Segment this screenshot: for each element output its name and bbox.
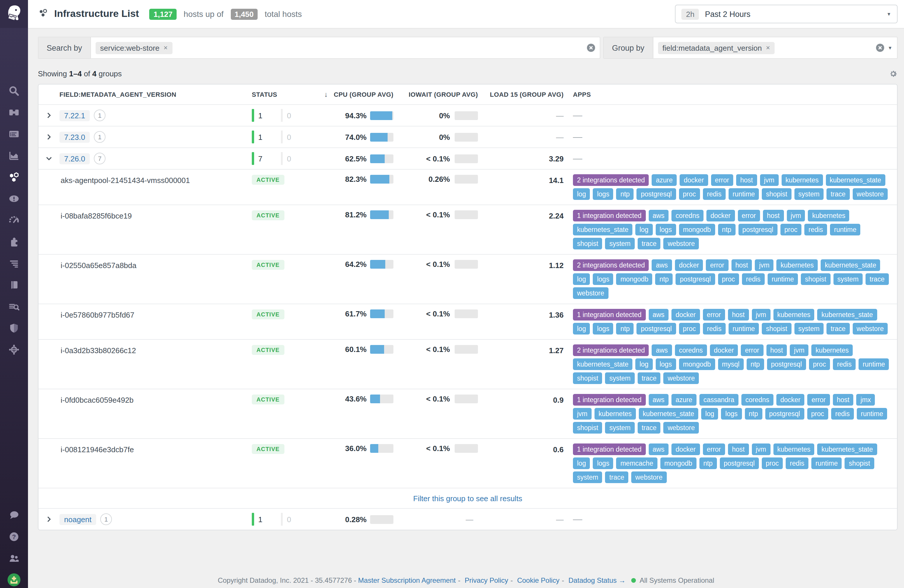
app-tag[interactable]: trace (638, 372, 661, 384)
group-name-link[interactable]: noagent (60, 514, 96, 525)
app-tag[interactable]: host (731, 259, 752, 271)
app-tag[interactable]: ntp (616, 323, 634, 335)
host-name[interactable]: i-08bafa8285f6bce19 (60, 212, 132, 220)
app-tag[interactable]: ntp (746, 359, 764, 370)
app-tag[interactable]: system (605, 372, 635, 384)
app-tag[interactable]: jvm (752, 444, 770, 455)
app-tag[interactable]: webstore (631, 471, 667, 483)
app-tag[interactable]: error (706, 259, 729, 271)
watchdog-icon[interactable] (7, 107, 21, 118)
group-by-chevron-down-icon[interactable]: ▼ (888, 45, 892, 51)
app-tag[interactable]: ntp (616, 188, 634, 200)
chevron-collapsed-icon[interactable] (46, 134, 52, 140)
host-name[interactable]: i-0fd0bcac6059e492b (60, 396, 133, 405)
app-tag[interactable]: postgresql (719, 457, 759, 469)
host-row[interactable]: i-0fd0bcac6059e492bACTIVE43.6%< 0.1%0.91… (38, 389, 897, 438)
log-explorer-icon[interactable] (7, 301, 21, 312)
network-icon[interactable] (7, 344, 21, 356)
app-tag[interactable]: jvm (787, 210, 805, 221)
app-tag[interactable]: error (711, 174, 733, 186)
group-row[interactable]: 7.22.111094.3%0%—— (38, 104, 897, 126)
clear-search-button[interactable] (587, 44, 595, 52)
app-tag[interactable]: runtime (729, 323, 759, 335)
app-tag[interactable]: jvm (790, 345, 809, 356)
app-tag[interactable]: kubernetes_state (573, 224, 632, 236)
integrations-detected-tag[interactable]: 1 integration detected (573, 394, 645, 406)
app-tag[interactable]: aws (652, 345, 672, 356)
filter-group-link[interactable]: Filter this group to see all results (413, 494, 522, 503)
search-input[interactable]: service:web-store × (91, 37, 600, 58)
app-tag[interactable]: host (728, 444, 749, 455)
app-tag[interactable]: kubernetes_state (821, 259, 880, 271)
app-tag[interactable]: shopist (801, 273, 830, 285)
app-tag[interactable]: docker (672, 444, 700, 455)
security-icon[interactable] (7, 322, 21, 334)
search-icon[interactable] (7, 85, 21, 97)
time-range-picker[interactable]: 2h Past 2 Hours ▼ (675, 5, 898, 23)
app-tag[interactable]: system (605, 238, 635, 250)
app-tag[interactable]: kubernetes (777, 259, 818, 271)
app-tag[interactable]: webstore (664, 372, 699, 384)
app-tag[interactable]: runtime (768, 273, 798, 285)
app-tag[interactable]: docker (680, 174, 708, 186)
app-tag[interactable]: logs (593, 323, 613, 335)
group-by-input[interactable]: field:metadata_agent_version × ▼ (653, 37, 897, 58)
metrics-icon[interactable] (7, 150, 21, 161)
app-tag[interactable]: log (573, 457, 590, 469)
app-tag[interactable]: aws (648, 309, 669, 321)
app-tag[interactable]: azure (652, 174, 677, 186)
remove-search-tag-icon[interactable]: × (163, 44, 168, 52)
datadog-logo[interactable] (0, 0, 28, 28)
group-row[interactable]: noagent1100.28%——— (38, 508, 897, 530)
app-tag[interactable]: docker (706, 210, 735, 221)
app-tag[interactable]: webstore (664, 422, 699, 433)
chevron-expanded-icon[interactable] (46, 156, 52, 161)
app-tag[interactable]: shopist (573, 422, 602, 433)
app-tag[interactable]: trace (605, 471, 628, 483)
group-row[interactable]: 7.26.077062.5%< 0.1%3.29— (38, 147, 897, 169)
app-tag[interactable]: kubernetes_state (817, 444, 877, 455)
app-tag[interactable]: kubernetes (773, 309, 814, 321)
monitors-icon[interactable] (7, 193, 21, 205)
app-tag[interactable]: memcache (616, 457, 657, 469)
app-tag[interactable]: system (605, 422, 635, 433)
app-tag[interactable]: proc (807, 408, 828, 420)
app-tag[interactable]: trace (638, 422, 661, 433)
app-tag[interactable]: coredns (672, 210, 703, 221)
app-tag[interactable]: aws (652, 259, 672, 271)
app-tag[interactable]: host (728, 309, 749, 321)
app-tag[interactable]: shopist (573, 372, 602, 384)
app-tag[interactable]: error (808, 394, 830, 406)
footer-link-privacy[interactable]: Privacy Policy (465, 576, 508, 585)
app-tag[interactable]: docker (710, 345, 738, 356)
app-tag[interactable]: system (794, 323, 823, 335)
search-filter-tag[interactable]: service:web-store × (96, 42, 172, 54)
host-row[interactable]: i-0a3d2b33b80266c12ACTIVE60.1%< 0.1%1.27… (38, 339, 897, 389)
app-tag[interactable]: cassandra (699, 394, 738, 406)
app-tag[interactable]: error (703, 309, 725, 321)
app-tag[interactable]: kubernetes_state (826, 174, 885, 186)
app-tag[interactable]: runtime (858, 359, 889, 370)
app-tag[interactable]: kubernetes (811, 345, 853, 356)
app-tag[interactable]: aws (648, 394, 669, 406)
app-tag[interactable]: error (741, 345, 763, 356)
app-tag[interactable]: runtime (830, 224, 861, 236)
host-row[interactable]: i-08bafa8285f6bce19ACTIVE81.2%< 0.1%2.24… (38, 205, 897, 254)
app-tag[interactable]: log (635, 359, 653, 370)
app-tag[interactable]: mongodb (660, 457, 696, 469)
app-tag[interactable]: ntp (744, 408, 762, 420)
integrations-detected-tag[interactable]: 2 integrations detected (573, 174, 649, 186)
app-tag[interactable]: ntp (718, 224, 735, 236)
column-header-load[interactable]: LOAD 15 (GROUP AVG) (478, 91, 564, 98)
integrations-detected-tag[interactable]: 1 integration detected (573, 210, 645, 221)
app-tag[interactable]: aws (648, 210, 669, 221)
app-tag[interactable]: log (573, 323, 590, 335)
app-tag[interactable]: proc (809, 359, 830, 370)
footer-link-msa[interactable]: Master Subscription Agreement (358, 576, 456, 585)
app-tag[interactable]: webstore (852, 323, 888, 335)
footer-link-status[interactable]: Datadog Status → (569, 576, 626, 585)
app-tag[interactable]: docker (776, 394, 804, 406)
app-tag[interactable]: aws (648, 444, 669, 455)
app-tag[interactable]: logs (593, 188, 613, 200)
app-tag[interactable]: redis (785, 457, 808, 469)
